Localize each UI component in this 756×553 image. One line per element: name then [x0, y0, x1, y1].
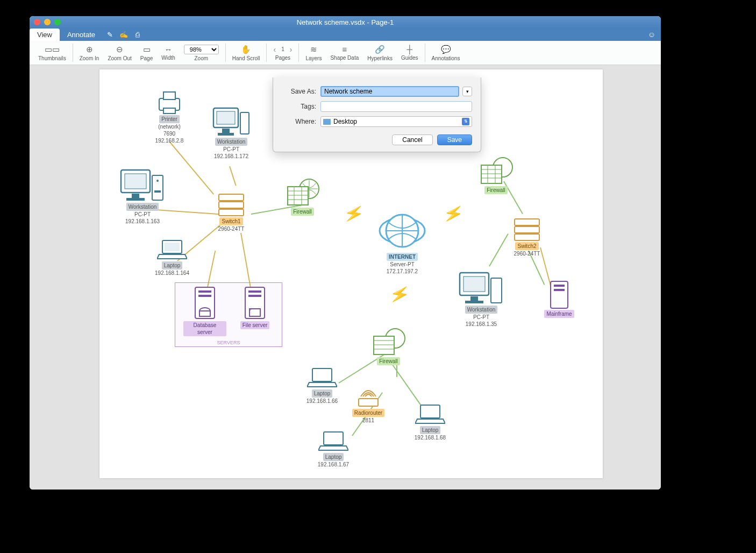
titlebar[interactable]: Network scheme.vsdx - Page-1	[30, 16, 661, 28]
svg-rect-66	[420, 405, 440, 418]
svg-rect-64	[359, 399, 378, 406]
ws3-sub: PC-PT	[473, 314, 489, 320]
svg-rect-57	[554, 289, 565, 291]
group-servers[interactable]: Database server File server SERVERS	[175, 282, 282, 347]
where-label: Where:	[282, 118, 316, 125]
tab-view[interactable]: View	[30, 29, 60, 41]
zoom-select[interactable]: 98%	[184, 45, 219, 54]
ws3-ip: 192.168.1.35	[466, 321, 497, 327]
svg-rect-19	[288, 187, 308, 205]
ws3-name: Workstation	[465, 306, 498, 314]
tab-annotate[interactable]: Annotate	[60, 29, 103, 41]
shape-data-button[interactable]: ≡Shape Data	[326, 45, 363, 61]
layers-button[interactable]: ≋Layers	[301, 45, 326, 61]
signature-icon[interactable]: ✎	[103, 31, 117, 39]
radio-name: Radiorouter	[352, 409, 384, 417]
ws2-sub: PC-PT	[134, 211, 151, 217]
node-switch2[interactable]: Switch22960-24TT	[508, 218, 546, 257]
svg-rect-59	[374, 336, 394, 355]
laptop2-ip: 192.168.1.66	[306, 398, 338, 404]
switch2-model: 2960-24TT	[514, 251, 540, 257]
svg-rect-9	[125, 174, 146, 189]
bolt-icon: ⚡	[442, 202, 465, 225]
svg-rect-28	[198, 290, 211, 293]
svg-rect-49	[515, 234, 539, 240]
svg-rect-29	[198, 295, 211, 297]
fw2-name: Firewall	[484, 186, 507, 194]
node-firewall-1[interactable]: Firewall	[282, 177, 323, 216]
node-file-server[interactable]: File server	[233, 286, 276, 329]
fw1-name: Firewall	[291, 208, 313, 216]
hyperlinks-button[interactable]: 🔗Hyperlinks	[363, 45, 397, 61]
svg-rect-48	[515, 226, 539, 233]
shape-data-label: Shape Data	[330, 55, 359, 61]
internet-sub: Server-PT	[390, 261, 415, 267]
current-page: 1	[281, 46, 284, 52]
node-workstation-1[interactable]: WorkstationPC-PT192.168.1.172	[207, 107, 255, 160]
prev-page-icon[interactable]: ‹	[273, 45, 276, 54]
zoom-in-button[interactable]: ⊕Zoom In	[75, 45, 104, 61]
svg-rect-26	[165, 243, 180, 251]
hand-scroll-label: Hand Scroll	[232, 55, 260, 61]
page-button[interactable]: ▭Page	[136, 45, 157, 61]
printer-sub: (network)	[158, 124, 181, 130]
feedback-icon[interactable]: ☺︎	[648, 30, 655, 39]
laptop3-name: Laptop	[323, 453, 344, 461]
saveas-input[interactable]	[320, 86, 459, 97]
svg-rect-56	[554, 285, 565, 287]
save-button[interactable]: Save	[437, 134, 472, 145]
svg-rect-11	[126, 198, 145, 201]
radio-model: 2811	[362, 417, 374, 423]
node-laptop3[interactable]: Laptop192.168.1.67	[312, 431, 355, 468]
mode-tabs: View Annotate ✎ ✍ ⎙ ☺︎	[30, 28, 661, 41]
app-window: Network scheme.vsdx - Page-1 View Annota…	[30, 16, 661, 490]
zoom-label: Zoom	[195, 55, 209, 61]
print-icon[interactable]: ⎙	[131, 31, 145, 39]
printer-id: 7690	[163, 131, 175, 137]
node-laptop2[interactable]: Laptop192.168.1.66	[301, 367, 344, 405]
layers-label: Layers	[305, 55, 322, 61]
save-dialog: Save As: ▾ Tags: Where: Desktop ⇅ Cancel…	[273, 77, 481, 152]
cancel-button[interactable]: Cancel	[392, 134, 432, 145]
svg-rect-41	[481, 165, 502, 183]
fw3-name: Firewall	[377, 357, 400, 365]
laptop1-ip: 192.168.1.164	[155, 270, 189, 276]
tags-input[interactable]	[320, 101, 472, 112]
node-printer[interactable]: Printer(network)7690192.168.2.8	[148, 91, 191, 144]
laptop1-name: Laptop	[162, 261, 183, 270]
svg-rect-65	[324, 432, 343, 445]
node-laptop1[interactable]: Laptop192.168.1.164	[151, 239, 194, 276]
where-select[interactable]: Desktop ⇅	[320, 116, 472, 127]
zoom-out-button[interactable]: ⊖Zoom Out	[103, 45, 135, 61]
node-firewall-2[interactable]: Firewall	[476, 155, 516, 194]
guides-button[interactable]: ┼Guides	[397, 45, 423, 61]
internet-ip: 172.17.197.2	[387, 268, 418, 274]
node-db-server[interactable]: Database server	[183, 286, 226, 336]
node-workstation-2[interactable]: WorkstationPC-PT192.168.1.163	[116, 169, 169, 225]
annotations-button[interactable]: 💬Annotations	[427, 45, 465, 61]
pages-nav: ‹1› Pages	[269, 45, 296, 61]
guides-label: Guides	[401, 55, 418, 61]
thumbnails-button[interactable]: ▭▭Thumbnails	[34, 45, 70, 61]
svg-rect-14	[154, 190, 161, 193]
node-radiorouter[interactable]: Radiorouter2811	[347, 387, 390, 424]
svg-rect-2	[163, 108, 175, 114]
width-button[interactable]: ↔Width	[157, 45, 180, 61]
expand-dialog-icon[interactable]: ▾	[462, 87, 472, 96]
node-workstation-3[interactable]: WorkstationPC-PT192.168.1.35	[454, 272, 508, 328]
zoom-out-label: Zoom Out	[108, 55, 131, 61]
pages-label: Pages	[275, 55, 290, 61]
svg-rect-7	[240, 112, 249, 134]
hand-scroll-button[interactable]: ✋Hand Scroll	[228, 45, 265, 61]
node-firewall-3[interactable]: Firewall	[368, 327, 409, 365]
stamp-icon[interactable]: ✍	[117, 31, 131, 39]
printer-name: Printer	[159, 115, 179, 123]
next-page-icon[interactable]: ›	[290, 45, 293, 54]
node-laptop4[interactable]: Laptop192.168.1.68	[409, 404, 452, 441]
svg-rect-54	[491, 278, 502, 303]
node-mainframe[interactable]: Mainframe	[540, 280, 578, 318]
printer-ip: 192.168.2.8	[155, 138, 184, 144]
node-switch1[interactable]: Switch12960-24TT	[212, 193, 250, 232]
folder-icon	[323, 119, 331, 125]
node-internet[interactable]: INTERNETServer-PT172.17.197.2	[373, 209, 432, 275]
